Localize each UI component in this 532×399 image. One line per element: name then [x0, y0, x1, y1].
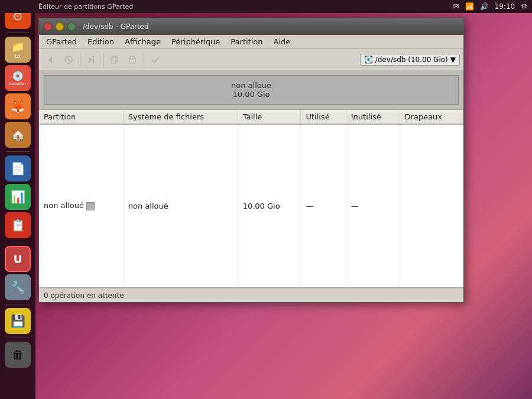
cell-flags [400, 124, 463, 287]
taskbar-separator-2 [6, 151, 30, 152]
device-selector[interactable]: 💽 /dev/sdb (10.00 Gio) ▼ [360, 54, 460, 66]
svg-rect-4 [93, 56, 94, 63]
firefox-icon[interactable]: 🦊 [5, 93, 31, 119]
disk-bar-label: non alloué [231, 81, 271, 90]
toolbar-separator-2 [103, 53, 103, 67]
apply-button[interactable] [147, 51, 164, 68]
menu-bar: GParted Édition Affichage Périphérique P… [39, 35, 463, 49]
cell-partition: non alloué [39, 124, 123, 287]
last-button[interactable] [83, 51, 100, 68]
device-label: /dev/sdb (10.00 Gio) [375, 56, 448, 64]
svg-marker-3 [89, 56, 92, 63]
impress-icon[interactable]: 📋 [5, 212, 31, 238]
volume-icon[interactable]: 🔊 [480, 2, 489, 11]
taskbar-separator-1 [6, 33, 30, 33]
toolbar-separator-1 [80, 53, 80, 67]
cancel-button[interactable] [60, 51, 77, 68]
window-close-button[interactable] [44, 22, 52, 31]
files-icon[interactable]: 📁 Ex [5, 37, 31, 63]
partition-label: non alloué [44, 201, 84, 210]
system-time: 19:10 [495, 2, 515, 11]
update-icon[interactable]: U [5, 246, 31, 272]
window-titlebar: /dev/sdb - GParted [39, 18, 463, 35]
col-flags: Drapeaux [400, 110, 463, 124]
installer-icon[interactable]: 💿 Installer [5, 65, 31, 91]
taskbar-disk-icon[interactable]: 💾 [5, 308, 31, 334]
col-used: Utilisé [301, 110, 346, 124]
taskbar-separator-5 [6, 338, 30, 338]
home-icon[interactable]: 🏠 [5, 122, 31, 148]
trash-icon[interactable]: 🗑 [5, 342, 31, 368]
writer-icon[interactable]: 📄 [5, 155, 31, 181]
menu-peripherique[interactable]: Périphérique [167, 36, 225, 47]
calc-icon[interactable]: 📊 [5, 184, 31, 210]
table-row[interactable]: non alloué non alloué 10.00 Gio — — [39, 124, 463, 287]
svg-line-2 [67, 58, 70, 61]
cell-filesystem: non alloué [123, 124, 238, 287]
cell-unused: — [346, 124, 400, 287]
device-dropdown-arrow: ▼ [450, 56, 456, 64]
col-filesystem: Système de fichiers [123, 110, 238, 124]
copy-button[interactable] [106, 51, 123, 68]
disk-visualization: non alloué 10.00 Gio [39, 70, 463, 110]
window-maximize-button[interactable] [67, 22, 76, 31]
menu-aide[interactable]: Aide [269, 36, 296, 47]
menu-edition[interactable]: Édition [83, 36, 119, 47]
window-minimize-button[interactable] [56, 22, 64, 31]
system-settings-icon[interactable]: ⚙ [521, 2, 527, 11]
status-text: 0 opération en attente [44, 291, 124, 300]
window-title: /dev/sdb - GParted [83, 22, 149, 31]
menu-affichage[interactable]: Affichage [120, 36, 166, 47]
cell-used: — [301, 124, 346, 287]
taskbar-separator-4 [6, 304, 30, 304]
cell-size: 10.00 Gio [238, 124, 301, 287]
partition-table: Partition Système de fichiers Taille Uti… [39, 110, 463, 287]
toolbar: 💽 /dev/sdb (10.00 Gio) ▼ [39, 49, 463, 70]
network-icon[interactable]: 📶 [465, 2, 474, 11]
system-bar: Éditeur de partitions GParted ✉ 📶 🔊 19:1… [0, 0, 532, 13]
taskbar-separator-3 [6, 242, 30, 242]
device-icon: 💽 [364, 56, 373, 64]
svg-marker-0 [48, 56, 52, 63]
svg-rect-6 [111, 57, 116, 63]
taskbar-settings-icon[interactable]: 🔧 [5, 274, 31, 300]
svg-rect-8 [131, 56, 134, 59]
partition-table-wrapper: Partition Système de fichiers Taille Uti… [39, 110, 463, 288]
menu-gparted[interactable]: GParted [41, 36, 82, 47]
back-button[interactable] [43, 51, 59, 68]
status-bar: 0 opération en attente [39, 288, 463, 302]
mail-icon[interactable]: ✉ [453, 2, 459, 11]
menu-partition[interactable]: Partition [226, 36, 267, 47]
col-size: Taille [238, 110, 301, 124]
toolbar-separator-3 [144, 53, 144, 67]
col-partition: Partition [39, 110, 123, 124]
paste-button[interactable] [124, 51, 141, 68]
system-bar-title: Éditeur de partitions GParted [38, 3, 133, 11]
col-unused: Inutilisé [346, 110, 400, 124]
disk-bar[interactable]: non alloué 10.00 Gio [44, 75, 459, 105]
gparted-window: /dev/sdb - GParted GParted Édition Affic… [38, 18, 464, 303]
partition-color-swatch [86, 202, 95, 210]
taskbar: ⊙ 📁 Ex 💿 Installer 🦊 🏠 📄 📊 📋 U 🔧 💾 🗑 [0, 0, 35, 399]
disk-bar-size: 10.00 Gio [233, 90, 270, 99]
